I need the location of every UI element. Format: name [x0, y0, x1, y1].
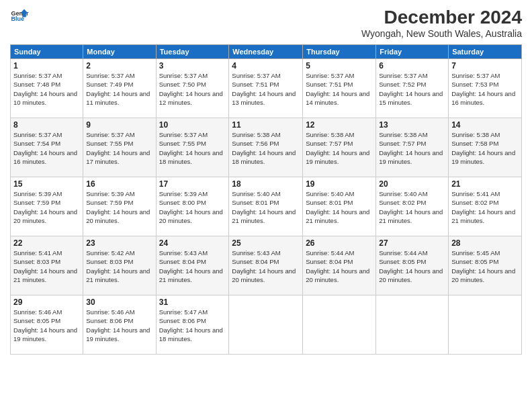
day-number: 16	[86, 179, 152, 189]
svg-text:Blue: Blue	[11, 15, 24, 22]
calendar: SundayMondayTuesdayWednesdayThursdayFrid…	[10, 44, 522, 355]
day-number: 14	[451, 120, 519, 130]
calendar-cell: 21Sunrise: 5:41 AMSunset: 8:02 PMDayligh…	[449, 177, 522, 236]
day-info: Sunrise: 5:37 AMSunset: 7:53 PMDaylight:…	[451, 71, 519, 107]
calendar-cell: 15Sunrise: 5:39 AMSunset: 7:59 PMDayligh…	[11, 177, 83, 236]
day-info: Sunrise: 5:45 AMSunset: 8:05 PMDaylight:…	[451, 248, 519, 284]
calendar-header-sunday: Sunday	[11, 45, 83, 59]
calendar-header-saturday: Saturday	[449, 45, 522, 59]
calendar-week-row: 22Sunrise: 5:41 AMSunset: 8:03 PMDayligh…	[11, 236, 522, 295]
month-title: December 2024	[361, 7, 522, 28]
calendar-cell: 13Sunrise: 5:38 AMSunset: 7:57 PMDayligh…	[376, 118, 449, 177]
day-number: 11	[232, 120, 300, 130]
day-number: 19	[306, 179, 373, 189]
day-info: Sunrise: 5:37 AMSunset: 7:55 PMDaylight:…	[159, 130, 226, 166]
day-info: Sunrise: 5:37 AMSunset: 7:50 PMDaylight:…	[159, 71, 226, 107]
calendar-week-row: 8Sunrise: 5:37 AMSunset: 7:54 PMDaylight…	[11, 118, 522, 177]
day-info: Sunrise: 5:46 AMSunset: 8:05 PMDaylight:…	[13, 308, 80, 343]
day-number: 13	[379, 120, 445, 130]
calendar-cell: 23Sunrise: 5:42 AMSunset: 8:03 PMDayligh…	[83, 236, 156, 295]
day-info: Sunrise: 5:39 AMSunset: 7:59 PMDaylight:…	[86, 189, 152, 225]
day-info: Sunrise: 5:37 AMSunset: 7:48 PMDaylight:…	[13, 71, 80, 107]
calendar-cell: 7Sunrise: 5:37 AMSunset: 7:53 PMDaylight…	[449, 59, 522, 118]
page: General Blue December 2024 Wyongah, New …	[0, 0, 532, 411]
day-number: 1	[13, 61, 80, 71]
day-number: 15	[13, 179, 80, 189]
day-number: 29	[13, 298, 80, 307]
day-number: 27	[379, 238, 445, 248]
calendar-cell: 8Sunrise: 5:37 AMSunset: 7:54 PMDaylight…	[11, 118, 83, 177]
calendar-cell: 12Sunrise: 5:38 AMSunset: 7:57 PMDayligh…	[303, 118, 376, 177]
day-info: Sunrise: 5:37 AMSunset: 7:54 PMDaylight:…	[13, 130, 80, 166]
day-number: 12	[306, 120, 373, 130]
calendar-header-row: SundayMondayTuesdayWednesdayThursdayFrid…	[11, 45, 522, 59]
day-number: 22	[13, 238, 80, 248]
calendar-cell: 22Sunrise: 5:41 AMSunset: 8:03 PMDayligh…	[11, 236, 83, 295]
day-number: 24	[159, 238, 226, 248]
calendar-week-row: 29Sunrise: 5:46 AMSunset: 8:05 PMDayligh…	[11, 295, 522, 355]
day-info: Sunrise: 5:38 AMSunset: 7:56 PMDaylight:…	[232, 130, 300, 166]
day-info: Sunrise: 5:41 AMSunset: 8:03 PMDaylight:…	[13, 248, 80, 284]
calendar-cell: 28Sunrise: 5:45 AMSunset: 8:05 PMDayligh…	[449, 236, 522, 295]
day-info: Sunrise: 5:46 AMSunset: 8:06 PMDaylight:…	[86, 308, 152, 343]
day-info: Sunrise: 5:39 AMSunset: 8:00 PMDaylight:…	[159, 189, 226, 225]
day-info: Sunrise: 5:42 AMSunset: 8:03 PMDaylight:…	[86, 248, 152, 284]
day-info: Sunrise: 5:37 AMSunset: 7:55 PMDaylight:…	[86, 130, 152, 166]
day-number: 17	[159, 179, 226, 189]
calendar-cell: 30Sunrise: 5:46 AMSunset: 8:06 PMDayligh…	[83, 295, 156, 355]
calendar-cell	[303, 295, 376, 355]
day-info: Sunrise: 5:39 AMSunset: 7:59 PMDaylight:…	[13, 189, 80, 225]
day-number: 25	[232, 238, 300, 248]
day-info: Sunrise: 5:44 AMSunset: 8:04 PMDaylight:…	[306, 248, 373, 284]
calendar-cell: 2Sunrise: 5:37 AMSunset: 7:49 PMDaylight…	[83, 59, 156, 118]
title-block: December 2024 Wyongah, New South Wales, …	[361, 7, 522, 39]
calendar-cell: 3Sunrise: 5:37 AMSunset: 7:50 PMDaylight…	[156, 59, 229, 118]
day-number: 10	[159, 120, 226, 130]
day-info: Sunrise: 5:44 AMSunset: 8:05 PMDaylight:…	[379, 248, 445, 284]
calendar-header-friday: Friday	[376, 45, 449, 59]
header: General Blue December 2024 Wyongah, New …	[10, 7, 522, 39]
day-info: Sunrise: 5:37 AMSunset: 7:51 PMDaylight:…	[306, 71, 373, 107]
calendar-cell: 31Sunrise: 5:47 AMSunset: 8:06 PMDayligh…	[156, 295, 229, 355]
calendar-cell: 18Sunrise: 5:40 AMSunset: 8:01 PMDayligh…	[229, 177, 303, 236]
day-info: Sunrise: 5:37 AMSunset: 7:49 PMDaylight:…	[86, 71, 152, 107]
calendar-cell: 26Sunrise: 5:44 AMSunset: 8:04 PMDayligh…	[303, 236, 376, 295]
calendar-cell: 29Sunrise: 5:46 AMSunset: 8:05 PMDayligh…	[11, 295, 83, 355]
day-number: 21	[451, 179, 519, 189]
calendar-cell: 25Sunrise: 5:43 AMSunset: 8:04 PMDayligh…	[229, 236, 303, 295]
calendar-cell: 16Sunrise: 5:39 AMSunset: 7:59 PMDayligh…	[83, 177, 156, 236]
location: Wyongah, New South Wales, Australia	[361, 28, 522, 39]
calendar-header-wednesday: Wednesday	[229, 45, 303, 59]
day-number: 26	[306, 238, 373, 248]
logo-icon: General Blue	[10, 7, 29, 26]
calendar-cell	[229, 295, 303, 355]
day-number: 8	[13, 120, 80, 130]
day-number: 7	[451, 61, 519, 71]
day-number: 20	[379, 179, 445, 189]
day-number: 18	[232, 179, 300, 189]
day-info: Sunrise: 5:43 AMSunset: 8:04 PMDaylight:…	[232, 248, 300, 284]
calendar-cell: 11Sunrise: 5:38 AMSunset: 7:56 PMDayligh…	[229, 118, 303, 177]
day-number: 2	[86, 61, 152, 71]
day-info: Sunrise: 5:40 AMSunset: 8:01 PMDaylight:…	[232, 189, 300, 225]
calendar-header-monday: Monday	[83, 45, 156, 59]
calendar-header-tuesday: Tuesday	[156, 45, 229, 59]
calendar-header-thursday: Thursday	[303, 45, 376, 59]
day-info: Sunrise: 5:47 AMSunset: 8:06 PMDaylight:…	[159, 308, 226, 343]
calendar-week-row: 1Sunrise: 5:37 AMSunset: 7:48 PMDaylight…	[11, 59, 522, 118]
calendar-cell	[376, 295, 449, 355]
calendar-cell: 5Sunrise: 5:37 AMSunset: 7:51 PMDaylight…	[303, 59, 376, 118]
day-info: Sunrise: 5:38 AMSunset: 7:58 PMDaylight:…	[451, 130, 519, 166]
calendar-cell: 24Sunrise: 5:43 AMSunset: 8:04 PMDayligh…	[156, 236, 229, 295]
day-number: 30	[86, 298, 152, 307]
day-number: 5	[306, 61, 373, 71]
day-number: 23	[86, 238, 152, 248]
day-number: 3	[159, 61, 226, 71]
day-info: Sunrise: 5:37 AMSunset: 7:51 PMDaylight:…	[232, 71, 300, 107]
calendar-week-row: 15Sunrise: 5:39 AMSunset: 7:59 PMDayligh…	[11, 177, 522, 236]
day-info: Sunrise: 5:40 AMSunset: 8:01 PMDaylight:…	[306, 189, 373, 225]
day-number: 31	[159, 298, 226, 307]
day-number: 9	[86, 120, 152, 130]
day-info: Sunrise: 5:37 AMSunset: 7:52 PMDaylight:…	[379, 71, 445, 107]
day-number: 28	[451, 238, 519, 248]
